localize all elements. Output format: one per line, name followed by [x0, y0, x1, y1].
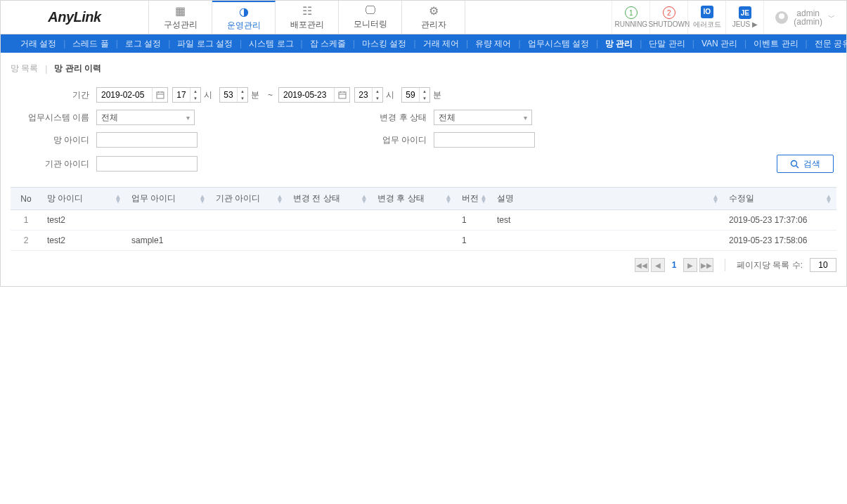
to-hour-spinner[interactable]: ▲▼	[354, 87, 383, 103]
nav-item[interactable]: 시스템 로그	[242, 38, 300, 50]
pager-prev-button[interactable]: ◀	[651, 258, 665, 272]
cell-desc: test	[491, 210, 723, 231]
sort-icon[interactable]: ▲▼	[199, 195, 206, 203]
column-header[interactable]: 설명▲▼	[491, 188, 723, 210]
status-shutdown[interactable]: 2 SHUTDOWN	[649, 1, 687, 34]
calendar-icon	[156, 91, 164, 99]
nav-item[interactable]: 파일 로그 설정	[170, 38, 240, 50]
column-header-label: No	[20, 194, 31, 204]
spin-up-button[interactable]: ▲	[238, 88, 247, 95]
to-min-spinner[interactable]: ▲▼	[401, 87, 430, 103]
bizid-input[interactable]	[434, 132, 535, 148]
column-header[interactable]: 버전▲▼	[456, 188, 491, 210]
pager-next-button[interactable]: ▶	[683, 258, 697, 272]
nav-item[interactable]: 전문 공유	[808, 38, 847, 50]
from-min-spinner[interactable]: ▲▼	[219, 87, 248, 103]
tab-label: 모니터링	[354, 18, 387, 30]
column-header[interactable]: 변경 후 상태▲▼	[372, 188, 456, 210]
to-calendar-button[interactable]	[334, 88, 349, 102]
spin-up-button[interactable]: ▲	[190, 88, 200, 95]
pager-current[interactable]: 1	[667, 258, 681, 272]
cell-mod: 2019-05-23 17:58:06	[723, 231, 836, 251]
sort-icon[interactable]: ▲▼	[361, 195, 368, 203]
sort-icon[interactable]: ▲▼	[115, 195, 122, 203]
list-icon: ☷	[302, 4, 312, 18]
avatar-icon	[775, 11, 788, 24]
perpage-input[interactable]	[810, 258, 836, 272]
pager-first-button[interactable]: ◀◀	[635, 258, 649, 272]
sort-icon[interactable]: ▲▼	[825, 195, 832, 203]
from-calendar-button[interactable]	[152, 88, 167, 102]
nav-item[interactable]: 유량 제어	[468, 38, 518, 50]
nav-item[interactable]: 잡 스케줄	[303, 38, 353, 50]
column-header[interactable]: 망 아이디▲▼	[41, 188, 126, 210]
search-button[interactable]: 검색	[777, 155, 834, 173]
breadcrumb-root[interactable]: 망 목록	[11, 63, 38, 75]
to-hour-input[interactable]	[355, 90, 372, 100]
from-date[interactable]	[96, 87, 168, 103]
search-button-label: 검색	[803, 158, 820, 170]
nav-item[interactable]: 이벤트 관리	[746, 38, 805, 50]
from-date-input[interactable]	[97, 90, 152, 100]
spin-down-button[interactable]: ▼	[190, 95, 200, 102]
afterstate-combo[interactable]: 전체 ▾	[434, 110, 532, 125]
tab-label: 구성관리	[164, 19, 198, 31]
nav-item[interactable]: 로그 설정	[118, 38, 168, 50]
spin-down-button[interactable]: ▼	[238, 95, 247, 102]
tab-label: 배포관리	[290, 19, 324, 31]
bizid-label: 업무 아이디	[370, 134, 434, 146]
spin-up-button[interactable]: ▲	[420, 88, 429, 95]
to-date-input[interactable]	[279, 90, 334, 100]
netid-input[interactable]	[96, 132, 198, 148]
nav-item[interactable]: VAN 관리	[694, 38, 744, 50]
spin-up-button[interactable]: ▲	[373, 88, 382, 95]
nav-item[interactable]: 단말 관리	[642, 38, 692, 50]
user-sub: (admin)	[794, 18, 822, 26]
spin-down-button[interactable]: ▼	[420, 95, 429, 102]
tab-config[interactable]: ▦ 구성관리	[149, 1, 212, 34]
brand-logo: AnyLink	[1, 1, 148, 34]
status-running[interactable]: 1 RUNNING	[612, 1, 649, 34]
cell-after	[372, 231, 456, 251]
cell-desc	[491, 231, 723, 251]
orgid-input[interactable]	[96, 156, 198, 172]
column-header[interactable]: 기관 아이디▲▼	[210, 188, 287, 210]
status-jeus[interactable]: JE JEUS ▶	[725, 1, 763, 34]
to-date[interactable]	[278, 87, 350, 103]
bizsystem-combo[interactable]: 전체 ▾	[96, 110, 195, 125]
spin-down-button[interactable]: ▼	[373, 95, 382, 102]
to-min-input[interactable]	[402, 90, 419, 100]
from-hour-input[interactable]	[173, 90, 190, 100]
nav-item[interactable]: 망 관리	[598, 38, 640, 50]
nav-item[interactable]: 업무시스템 설정	[521, 38, 596, 50]
nav-item[interactable]: 마스킹 설정	[355, 38, 413, 50]
column-header[interactable]: 변경 전 상태▲▼	[287, 188, 372, 210]
column-header[interactable]: No	[11, 188, 41, 210]
nav-item[interactable]: 거래 제어	[416, 38, 466, 50]
tab-monitor[interactable]: 🖵 모니터링	[339, 1, 402, 34]
user-menu[interactable]: admin (admin) ﹀	[763, 1, 846, 34]
from-min-input[interactable]	[220, 90, 237, 100]
nav-item[interactable]: 스레드 풀	[65, 38, 115, 50]
cell-net: test2	[41, 231, 126, 251]
gear-ring-icon: ◑	[239, 5, 249, 18]
column-header[interactable]: 수정일▲▼	[723, 188, 836, 210]
sort-icon[interactable]: ▲▼	[712, 195, 719, 203]
tab-deploy[interactable]: ☷ 배포관리	[276, 1, 339, 34]
cell-no: 2	[11, 231, 41, 251]
status-label: JEUS ▶	[732, 20, 758, 28]
sort-icon[interactable]: ▲▼	[480, 195, 487, 203]
tab-admin[interactable]: ⚙ 관리자	[402, 1, 465, 34]
column-header[interactable]: 업무 아이디▲▼	[126, 188, 210, 210]
netid-label: 망 아이디	[13, 134, 96, 146]
sort-icon[interactable]: ▲▼	[276, 195, 283, 203]
table-row[interactable]: 1test21test2019-05-23 17:37:06	[11, 210, 836, 231]
pager-last-button[interactable]: ▶▶	[699, 258, 713, 272]
status-errorcode[interactable]: IO 에러코드	[687, 1, 725, 34]
tab-operation[interactable]: ◑ 운영관리	[212, 1, 276, 34]
sort-icon[interactable]: ▲▼	[445, 195, 452, 203]
nav-item[interactable]: 거래 설정	[13, 38, 63, 50]
chevron-down-icon: ﹀	[828, 13, 835, 22]
table-row[interactable]: 2test2sample112019-05-23 17:58:06	[11, 231, 836, 251]
from-hour-spinner[interactable]: ▲▼	[172, 87, 201, 103]
